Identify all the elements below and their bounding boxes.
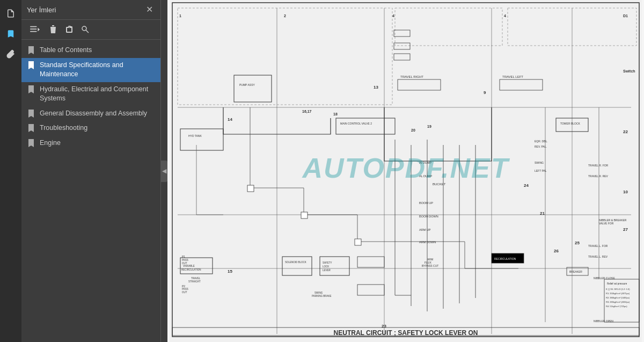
svg-rect-0 <box>30 26 37 27</box>
svg-text:27: 27 <box>623 227 628 232</box>
svg-text:Relief val pressure: Relief val pressure <box>607 282 627 285</box>
svg-text:AL DUMP: AL DUMP <box>419 174 433 178</box>
svg-text:AI DUMP: AI DUMP <box>419 161 431 164</box>
svg-text:13: 13 <box>374 85 378 90</box>
svg-text:OUT: OUT <box>182 262 187 265</box>
svg-text:TRAVEL LEFT: TRAVEL LEFT <box>502 75 523 78</box>
search-button[interactable] <box>78 23 92 37</box>
svg-text:16,17: 16,17 <box>302 110 312 114</box>
svg-text:TRAVEL L. FOR: TRAVEL L. FOR <box>588 244 608 248</box>
svg-text:TRAVEL R. FOR: TRAVEL R. FOR <box>588 164 609 167</box>
bookmark-label-troubleshooting: Troubleshooting <box>40 123 155 133</box>
paperclip-icon-btn[interactable] <box>3 46 19 62</box>
diagram-background: HYD TANK VARIABLE RECIRCULATION MAIN CON… <box>167 0 644 342</box>
close-button[interactable]: ✕ <box>144 4 155 15</box>
svg-rect-1 <box>30 28 37 30</box>
svg-text:BUCKET: BUCKET <box>433 183 446 186</box>
svg-text:ARM DOWN: ARM DOWN <box>419 241 436 244</box>
bookmark-item-disassembly[interactable]: General Disassembly and Assembly <box>21 106 160 121</box>
svg-text:TRAVEL R. REV: TRAVEL R. REV <box>588 174 609 178</box>
svg-text:26: 26 <box>554 249 559 253</box>
svg-text:BOOM UP: BOOM UP <box>419 201 433 205</box>
svg-text:10: 10 <box>623 190 628 194</box>
svg-text:R3: 285kgf/cm² (4050ps): R3: 285kgf/cm² (4050ps) <box>606 301 630 303</box>
svg-text:23: 23 <box>382 324 386 329</box>
svg-text:LEFT PAL: LEFT PAL <box>535 169 547 172</box>
page-icon-btn[interactable] <box>3 5 19 21</box>
bookmark-icon-specs <box>28 61 35 70</box>
svg-text:SWING: SWING <box>535 161 544 164</box>
svg-text:STRAIGHT: STRAIGHT <box>188 280 201 283</box>
delete-button[interactable] <box>46 23 60 37</box>
svg-text:RECIRCULATION: RECIRCULATION <box>181 268 201 271</box>
diagram-container: HYD TANK VARIABLE RECIRCULATION MAIN CON… <box>167 0 644 342</box>
bookmarks-icon-btn[interactable] <box>3 26 19 42</box>
svg-text:PASS: PASS <box>182 288 188 290</box>
bookmark-list: Table of Contents Standard Specification… <box>21 40 160 342</box>
svg-text:VALVE FOR: VALVE FOR <box>599 222 614 225</box>
svg-rect-2 <box>30 31 37 32</box>
expand-all-button[interactable] <box>26 23 44 37</box>
svg-text:NIBBLER CLOSE: NIBBLER CLOSE <box>594 276 615 280</box>
svg-text:VARIABLE: VARIABLE <box>183 265 195 267</box>
svg-marker-3 <box>38 27 40 31</box>
bookmark-item-engine[interactable]: Engine <box>21 136 160 151</box>
svg-text:24: 24 <box>524 183 529 188</box>
svg-text:NIBBLER OPEN: NIBBLER OPEN <box>594 319 613 323</box>
svg-text:25: 25 <box>575 241 580 245</box>
svg-point-4 <box>82 26 86 31</box>
bookmark-icon-troubleshooting <box>28 124 35 133</box>
svg-text:4: 4 <box>392 14 394 18</box>
icons-panel <box>0 0 21 342</box>
svg-text:TRAVEL: TRAVEL <box>191 277 201 280</box>
bookmark-label-engine: Engine <box>40 139 155 148</box>
sidebar-header: Yer İmleri ✕ <box>21 0 160 20</box>
svg-text:SOLENOID BLOCK: SOLENOID BLOCK <box>285 261 306 264</box>
bookmark-item-hydraulic[interactable]: Hydraulic, Electrical and Component Syst… <box>21 82 160 106</box>
bookmark-icon-hydraulic <box>28 85 35 94</box>
svg-text:RECIRCULATION: RECIRCULATION <box>494 257 516 260</box>
svg-text:SWING: SWING <box>314 292 323 294</box>
svg-rect-6 <box>170 0 642 342</box>
svg-text:D1: D1 <box>623 14 628 18</box>
bookmark-icon-engine <box>28 139 35 148</box>
svg-text:R4: 51kgf/cm² (725ps): R4: 51kgf/cm² (725ps) <box>606 305 627 308</box>
svg-text:PARKING BRAKE: PARKING BRAKE <box>312 295 331 297</box>
properties-button[interactable] <box>62 23 76 37</box>
svg-rect-76 <box>355 239 361 245</box>
bookmark-item-specs[interactable]: Standard Specifications and Maintenance <box>21 58 160 82</box>
svg-text:1: 1 <box>179 14 181 18</box>
bookmark-label-toc: Table of Contents <box>40 46 155 55</box>
circuit-diagram-svg: HYD TANK VARIABLE RECIRCULATION MAIN CON… <box>167 0 644 342</box>
svg-text:15: 15 <box>228 269 232 274</box>
svg-text:R2: 380kgf/cm² (5400ps): R2: 380kgf/cm² (5400ps) <box>606 296 630 299</box>
svg-text:9: 9 <box>484 90 486 95</box>
svg-text:EQR. DBL.: EQR. DBL. <box>535 140 548 143</box>
main-content: HYD TANK VARIABLE RECIRCULATION MAIN CON… <box>167 0 644 342</box>
svg-text:21: 21 <box>540 211 545 216</box>
svg-rect-75 <box>301 212 308 219</box>
bookmark-item-troubleshooting[interactable]: Troubleshooting <box>21 121 160 136</box>
bookmark-label-hydraulic: Hydraulic, Electrical and Component Syst… <box>40 85 155 104</box>
svg-text:MAIN CONTROL VALVE 2: MAIN CONTROL VALVE 2 <box>340 122 372 125</box>
svg-text:ARM UP: ARM UP <box>419 228 431 231</box>
bookmark-icon-toc <box>28 46 35 55</box>
svg-rect-74 <box>247 185 254 192</box>
svg-text:R1: 350kgf/cm² (4975ps): R1: 350kgf/cm² (4975ps) <box>606 292 630 295</box>
svg-text:BREAKER: BREAKER <box>569 270 582 273</box>
svg-text:18: 18 <box>333 112 338 116</box>
svg-line-5 <box>86 30 89 33</box>
svg-text:19: 19 <box>427 125 431 128</box>
bookmark-item-toc[interactable]: Table of Contents <box>21 43 160 58</box>
svg-text:SAFETY: SAFETY <box>323 261 332 264</box>
sidebar-toolbar <box>21 20 160 40</box>
svg-text:P1: P1 <box>182 255 185 258</box>
svg-text:PUMP ASSY: PUMP ASSY <box>239 83 255 86</box>
svg-text:LOCK: LOCK <box>323 265 329 268</box>
svg-text:14: 14 <box>228 117 232 122</box>
svg-text:HYD TANK: HYD TANK <box>188 134 202 137</box>
collapse-sidebar-button[interactable]: ◀ <box>161 161 167 182</box>
sidebar: Yer İmleri ✕ <box>21 0 161 342</box>
svg-text:2: 2 <box>284 14 286 18</box>
svg-text:BYPASS CUT: BYPASS CUT <box>422 264 438 267</box>
